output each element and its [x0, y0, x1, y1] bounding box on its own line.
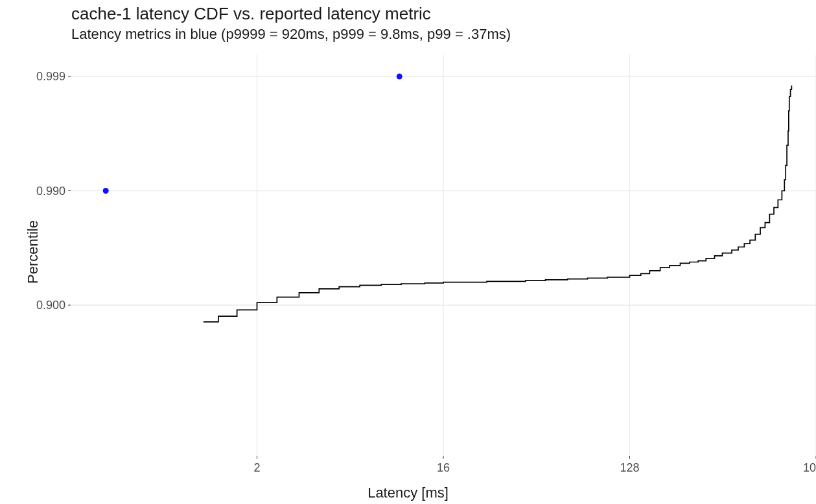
plot-area — [71, 54, 816, 456]
chart-subtitle: Latency metrics in blue (p9999 = 920ms, … — [71, 26, 511, 43]
x-axis-label: Latency [ms] — [0, 485, 816, 501]
metric-point — [103, 188, 109, 194]
metric-point — [397, 74, 402, 80]
y-tick-label: 0.990 — [36, 184, 65, 198]
x-tick-label: 1024 — [803, 461, 816, 475]
chart-container: cache-1 latency CDF vs. reported latency… — [0, 0, 816, 504]
y-tick-label: 0.900 — [36, 299, 65, 312]
y-tick-label: 0.999 — [36, 70, 65, 84]
y-axis-label: Percentile — [25, 220, 41, 284]
x-tick-label: 2 — [253, 461, 260, 475]
plot-svg — [71, 54, 816, 456]
chart-title: cache-1 latency CDF vs. reported latency… — [71, 4, 431, 24]
x-tick-label: 16 — [437, 461, 450, 475]
x-tick-label: 128 — [620, 461, 639, 475]
